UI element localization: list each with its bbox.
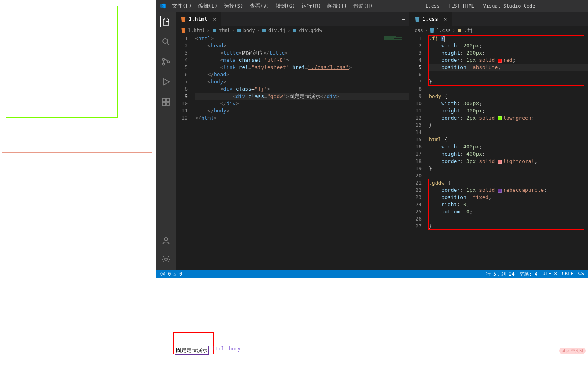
code-line[interactable]: <link rel="stylesheet" href="./css/1.css… xyxy=(195,64,409,71)
css-file-icon xyxy=(429,28,435,33)
code-line[interactable]: } xyxy=(429,165,588,172)
html-file-icon xyxy=(180,16,186,22)
svg-rect-13 xyxy=(293,29,296,32)
code-line[interactable]: <body> xyxy=(195,78,409,85)
tab-1html[interactable]: 1.html × xyxy=(176,12,221,26)
code-line[interactable] xyxy=(429,129,588,136)
code-line[interactable] xyxy=(429,172,588,179)
title-bar: 文件(F)编辑(E)选择(S)查看(V)转到(G)运行(R)终端(T)帮助(H)… xyxy=(156,0,588,12)
status-eol[interactable]: CRLF xyxy=(562,271,574,278)
code-line[interactable]: <title>固定定位</title> xyxy=(195,49,409,57)
bc-segment[interactable]: div.gddw xyxy=(299,28,322,33)
code-line[interactable]: <div class="fj"> xyxy=(195,85,409,93)
minimap[interactable] xyxy=(384,36,408,52)
bc-segment[interactable]: 1.html xyxy=(188,28,205,33)
code-line[interactable]: .fj { xyxy=(429,35,588,42)
code-line[interactable]: html { xyxy=(429,136,588,143)
status-encoding[interactable]: UTF-8 xyxy=(543,271,557,278)
code-line[interactable]: width: 400px; xyxy=(429,143,588,150)
code-line[interactable]: <html> xyxy=(195,35,409,42)
code-line[interactable]: border: 2px solid lawngreen; xyxy=(429,114,588,122)
svg-rect-11 xyxy=(237,29,241,32)
tab-1css[interactable]: 1.css × xyxy=(410,12,452,26)
account-icon[interactable] xyxy=(160,235,172,246)
code-line[interactable]: height: 400px; xyxy=(429,150,588,158)
bc-segment[interactable]: html xyxy=(219,28,230,33)
close-icon[interactable]: × xyxy=(444,16,447,22)
bc-segment[interactable]: body xyxy=(243,28,255,33)
menu-item[interactable]: 转到(G) xyxy=(273,1,298,11)
code-line[interactable] xyxy=(429,71,588,78)
svg-point-9 xyxy=(165,258,167,260)
css-file-icon xyxy=(414,16,420,22)
code-line[interactable]: </head> xyxy=(195,71,409,78)
code-line[interactable]: </html> xyxy=(195,114,409,122)
menu-item[interactable]: 文件(F) xyxy=(169,1,195,11)
status-warnings[interactable]: ⚠ 0 xyxy=(173,271,182,277)
menu-item[interactable]: 选择(S) xyxy=(221,1,246,11)
code-line[interactable]: } xyxy=(429,78,588,85)
status-lang[interactable]: CS xyxy=(578,271,584,278)
breadcrumb-left[interactable]: 1.html›html›body›div.fj›div.gddw xyxy=(176,26,409,35)
code-line[interactable]: position: fixed; xyxy=(429,194,588,201)
code-line[interactable]: <meta charset="utf-8"> xyxy=(195,57,409,64)
gear-icon[interactable] xyxy=(160,254,172,265)
code-line[interactable]: .gddw { xyxy=(429,179,588,187)
code-line[interactable]: bottom: 0; xyxy=(429,208,588,215)
source-control-icon[interactable] xyxy=(160,56,172,67)
code-line[interactable]: </div> xyxy=(195,100,409,107)
code-line[interactable] xyxy=(429,85,588,93)
bc-segment[interactable]: div.fj xyxy=(268,28,286,33)
code-line[interactable]: height: 300px; xyxy=(429,107,588,114)
svg-point-3 xyxy=(168,61,170,63)
svg-rect-10 xyxy=(213,29,216,32)
svg-point-1 xyxy=(163,59,165,61)
breadcrumb-right[interactable]: css › 1.css › .fj xyxy=(410,26,588,35)
menu-item[interactable]: 终端(T) xyxy=(324,1,350,11)
search-icon[interactable] xyxy=(160,36,172,47)
code-line[interactable]: border: 1px solid rebeccapurple; xyxy=(429,187,588,194)
code-line[interactable]: <div class="gddw">固定定位演示</div> xyxy=(195,93,409,100)
code-area-css[interactable]: 1234567891011121314151617181920212223242… xyxy=(410,35,588,270)
code-line[interactable]: position: absolute; xyxy=(429,64,588,71)
code-line[interactable]: border: 1px solid red; xyxy=(429,57,588,64)
editor-more-icon[interactable]: ⋯ xyxy=(398,12,409,26)
svg-rect-6 xyxy=(162,102,166,106)
element-icon xyxy=(211,28,217,33)
devtools-breadcrumb[interactable]: htmlbody xyxy=(213,346,241,352)
menu-item[interactable]: 帮助(H) xyxy=(351,1,376,11)
code-line[interactable] xyxy=(429,215,588,223)
svg-point-2 xyxy=(163,63,165,65)
tab-label: 1.html xyxy=(189,16,207,22)
tab-bar-left: 1.html × ⋯ xyxy=(176,12,409,26)
close-icon[interactable]: × xyxy=(213,16,216,22)
code-line[interactable]: border: 3px solid lightcoral; xyxy=(429,158,588,165)
editor-pane-css: 1.css × css › 1.css › .fj 12345678910111… xyxy=(410,12,588,270)
activity-bar xyxy=(156,12,176,270)
code-line[interactable]: width: 300px; xyxy=(429,100,588,107)
menu-item[interactable]: 编辑(E) xyxy=(195,1,221,11)
status-errors[interactable]: ⓧ 0 xyxy=(160,271,171,278)
vscode-logo-icon xyxy=(160,3,166,9)
menu-item[interactable]: 查看(V) xyxy=(247,1,272,11)
svg-rect-14 xyxy=(458,29,461,32)
menu-item[interactable]: 运行(R) xyxy=(299,1,324,11)
code-line[interactable]: body { xyxy=(429,93,588,100)
code-line[interactable]: } xyxy=(429,122,588,129)
code-line[interactable]: <head> xyxy=(195,42,409,49)
files-icon[interactable] xyxy=(160,16,171,27)
extensions-icon[interactable] xyxy=(160,96,172,108)
run-debug-icon[interactable] xyxy=(160,76,172,87)
code-line[interactable]: } xyxy=(429,223,588,230)
element-icon xyxy=(292,28,297,33)
browser-preview xyxy=(0,0,156,281)
code-line[interactable]: width: 200px; xyxy=(429,42,588,49)
element-icon xyxy=(261,28,267,33)
code-area-html[interactable]: 123456789101112 <html> <head> <title>固定定… xyxy=(176,35,409,270)
status-cursor[interactable]: 行 5，列 24 xyxy=(486,271,515,278)
code-line[interactable]: right: 0; xyxy=(429,201,588,208)
code-line[interactable]: </body> xyxy=(195,107,409,114)
status-spaces[interactable]: 空格: 4 xyxy=(519,271,538,278)
code-line[interactable]: height: 200px; xyxy=(429,49,588,57)
element-icon xyxy=(236,28,242,33)
